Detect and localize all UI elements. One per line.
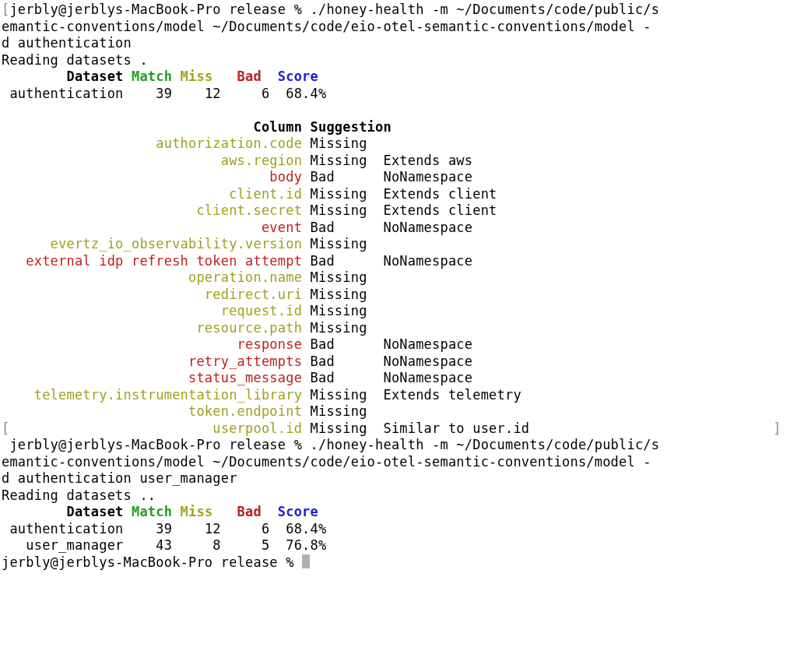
dataset-miss: 8	[181, 537, 230, 553]
terminal-line: [ userpool.id Missing Similar to user.id…	[2, 420, 797, 438]
dataset-name: user_manager	[2, 537, 132, 553]
shell-prompt: jerbly@jerblys-MacBook-Pro release %	[9, 2, 310, 17]
header-bad: Bad	[229, 69, 278, 84]
column-name: external idp refresh token attempt	[2, 253, 311, 269]
terminal-line: d authentication	[2, 35, 797, 52]
column-status: Missing	[311, 303, 375, 318]
reading-status: Reading datasets ..	[2, 487, 156, 503]
bracket-open: [	[2, 420, 9, 436]
header-miss: Miss	[181, 504, 230, 519]
terminal-line: body Bad NoNamespace	[2, 169, 797, 186]
terminal-line: status_message Bad NoNamespace	[2, 370, 797, 387]
column-status: Bad	[311, 169, 375, 185]
column-name: request.id	[2, 303, 311, 318]
column-name: client.secret	[2, 202, 311, 218]
terminal-line: Reading datasets .	[2, 52, 797, 69]
column-status: Missing	[311, 320, 375, 336]
terminal[interactable]: [jerbly@jerblys-MacBook-Pro release % ./…	[0, 0, 797, 571]
command: ./honey-health -m ~/Documents/code/publi…	[311, 437, 660, 452]
dataset-match: 39	[132, 521, 181, 537]
column-name: telemetry.instrumentation_library	[2, 387, 311, 403]
terminal-line: client.secret Missing Extends client	[2, 202, 797, 220]
terminal-line[interactable]: jerbly@jerblys-MacBook-Pro release %	[2, 554, 797, 572]
column-suggestion: Extends client	[375, 186, 497, 202]
column-name: resource.path	[2, 320, 311, 336]
terminal-line: authentication 39 12 6 68.4%	[2, 86, 797, 103]
column-status: Missing	[311, 202, 375, 218]
column-status: Missing	[311, 186, 375, 202]
terminal-line	[2, 102, 797, 119]
header-miss: Miss	[181, 69, 230, 84]
terminal-line: redirect.uri Missing	[2, 287, 797, 304]
column-name: client.id	[2, 186, 311, 202]
column-suggestion: NoNamespace	[375, 336, 472, 352]
terminal-line: emantic-conventions/model ~/Documents/co…	[2, 454, 797, 471]
terminal-line: d authentication user_manager	[2, 470, 797, 487]
column-name: body	[2, 169, 311, 185]
column-status: Missing	[311, 287, 375, 302]
terminal-line: [jerbly@jerblys-MacBook-Pro release % ./…	[2, 2, 797, 19]
terminal-line: request.id Missing	[2, 303, 797, 320]
terminal-line: aws.region Missing Extends aws	[2, 153, 797, 170]
terminal-line: Dataset Match Miss Bad Score	[2, 69, 797, 86]
header-column: Column	[2, 119, 311, 135]
dataset-bad: 5	[229, 537, 286, 553]
terminal-line: resource.path Missing	[2, 320, 797, 337]
terminal-line: response Bad NoNamespace	[2, 336, 797, 354]
terminal-line: operation.name Missing	[2, 269, 797, 287]
column-suggestion: Extends telemetry	[375, 387, 521, 403]
column-suggestion: NoNamespace	[375, 169, 472, 185]
column-suggestion: NoNamespace	[375, 253, 472, 269]
shell-prompt: jerbly@jerblys-MacBook-Pro release %	[2, 437, 311, 452]
column-status: Missing	[311, 420, 375, 436]
dataset-score: 68.4%	[286, 86, 326, 101]
header-suggestion: Suggestion	[311, 119, 391, 135]
column-name: operation.name	[2, 269, 311, 285]
terminal-line: jerbly@jerblys-MacBook-Pro release % ./h…	[2, 437, 797, 454]
terminal-line: event Bad NoNamespace	[2, 220, 797, 237]
dataset-score: 68.4%	[286, 521, 326, 537]
terminal-line: authorization.code Missing	[2, 135, 797, 153]
column-status: Bad	[311, 370, 375, 385]
command: d authentication user_manager	[2, 470, 237, 486]
header-dataset: Dataset	[2, 69, 132, 84]
column-name: event	[2, 220, 311, 235]
dataset-name: authentication	[2, 86, 132, 101]
column-name: redirect.uri	[2, 287, 311, 302]
header-bad: Bad	[229, 504, 278, 519]
header-match: Match	[132, 504, 181, 519]
terminal-line: token.endpoint Missing	[2, 403, 797, 420]
header-dataset: Dataset	[2, 504, 132, 519]
terminal-line: Column Suggestion	[2, 119, 797, 136]
terminal-line: retry_attempts Bad NoNamespace	[2, 354, 797, 371]
terminal-line: user_manager 43 8 5 76.8%	[2, 537, 797, 554]
cursor-icon[interactable]	[302, 554, 310, 568]
command: emantic-conventions/model ~/Documents/co…	[2, 19, 651, 34]
header-score: Score	[278, 69, 318, 84]
column-name: status_message	[2, 370, 311, 385]
column-status: Missing	[311, 403, 375, 419]
column-status: Missing	[311, 236, 375, 252]
column-suggestion: NoNamespace	[375, 370, 472, 385]
terminal-line: emantic-conventions/model ~/Documents/co…	[2, 19, 797, 36]
column-name: retry_attempts	[2, 354, 311, 369]
column-status: Bad	[311, 336, 375, 352]
column-name: token.endpoint	[2, 403, 311, 419]
column-suggestion: Extends client	[375, 202, 497, 218]
dataset-bad: 6	[229, 521, 286, 537]
column-suggestion: NoNamespace	[375, 354, 472, 369]
column-status: Bad	[311, 354, 375, 369]
command: emantic-conventions/model ~/Documents/co…	[2, 454, 651, 470]
column-status: Missing	[311, 153, 375, 168]
command: d authentication	[2, 35, 132, 51]
column-name: userpool.id	[9, 420, 310, 436]
column-status: Missing	[311, 387, 375, 403]
column-status: Missing	[311, 269, 375, 285]
dataset-match: 43	[132, 537, 181, 553]
terminal-line: telemetry.instrumentation_library Missin…	[2, 387, 797, 404]
column-status: Missing	[311, 135, 375, 151]
dataset-score: 76.8%	[286, 537, 326, 553]
column-name: response	[2, 336, 311, 352]
shell-prompt: jerbly@jerblys-MacBook-Pro release %	[2, 554, 302, 570]
column-name: aws.region	[2, 153, 311, 168]
